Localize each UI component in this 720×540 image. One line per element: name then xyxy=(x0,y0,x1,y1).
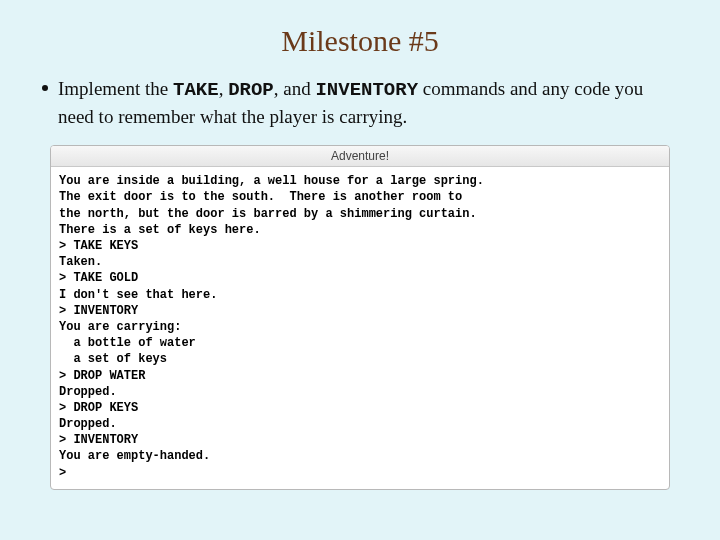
cmd-take: TAKE xyxy=(173,79,219,101)
slide-title: Milestone #5 xyxy=(40,24,680,58)
cmd-inventory: INVENTORY xyxy=(315,79,418,101)
slide: Milestone #5 Implement the TAKE, DROP, a… xyxy=(0,0,720,540)
bullet-item: Implement the TAKE, DROP, and INVENTORY … xyxy=(42,76,680,129)
bullet-text: Implement the TAKE, DROP, and INVENTORY … xyxy=(58,76,680,129)
console-titlebar: Adventure! xyxy=(51,146,669,167)
cmd-drop: DROP xyxy=(228,79,274,101)
console-window: Adventure! You are inside a building, a … xyxy=(50,145,670,490)
bullet-sep2: , and xyxy=(274,78,316,99)
bullet-dot-icon xyxy=(42,85,48,91)
console-body: You are inside a building, a well house … xyxy=(51,167,669,489)
bullet-sep1: , xyxy=(219,78,229,99)
bullet-text-pre: Implement the xyxy=(58,78,173,99)
